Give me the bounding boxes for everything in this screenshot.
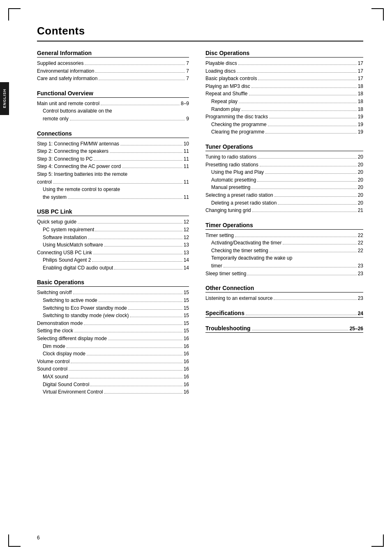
- toc-label: remote only: [43, 115, 69, 123]
- page-number: 6: [37, 535, 40, 541]
- toc-entry: Changing tuning grid21: [205, 207, 363, 214]
- toc-entry: Setting the clock15: [37, 327, 189, 335]
- toc-page-number: 11: [184, 163, 189, 170]
- toc-section-usb-pc-link: USB PC LinkQuick setup guide12PC system …: [37, 208, 189, 272]
- toc-page-number: 7: [186, 75, 189, 83]
- toc-label: Using the Plug and Play: [211, 168, 264, 176]
- toc-label: Tuning to radio stations: [205, 153, 256, 161]
- toc-section-general-info: General InformationSupplied accessories7…: [37, 50, 189, 83]
- toc-entry: Switching on/off15: [37, 289, 189, 297]
- toc-label: Switching to standby mode (view clock): [43, 312, 129, 320]
- toc-page-number: 20: [358, 153, 363, 161]
- section-title: Connections: [37, 130, 189, 138]
- toc-page-number: 17: [358, 75, 363, 83]
- language-label: English: [2, 89, 7, 108]
- toc-page-number: 14: [184, 256, 189, 264]
- toc-label: Digital Sound Control: [43, 381, 89, 389]
- toc-entry: Using MusicMatch software13: [37, 241, 189, 249]
- content-columns: General InformationSupplied accessories7…: [37, 50, 363, 403]
- section-title: Basic Operations: [37, 279, 189, 287]
- toc-page-number: 14: [184, 264, 189, 272]
- toc-entry: Care and safety information7: [37, 75, 189, 83]
- toc-label: Selecting a preset radio station: [205, 191, 273, 199]
- toc-entry: Step 3: Connecting to PC11: [37, 155, 189, 163]
- toc-entry: Playable discs17: [205, 60, 363, 67]
- toc-page-number: 23: [358, 270, 363, 278]
- toc-entry: Programming the disc tracks19: [205, 113, 363, 121]
- toc-entry: Deleting a preset radio station20: [205, 199, 363, 207]
- toc-label: the system: [43, 193, 67, 201]
- toc-label: Using MusicMatch software: [43, 241, 103, 249]
- toc-page-number: 22: [358, 232, 363, 240]
- toc-page-number: 19: [358, 128, 363, 136]
- toc-entry: Automatic presetting20: [205, 176, 363, 184]
- toc-page-number: 7: [186, 60, 189, 67]
- toc-entry: Presetting radio stations20: [205, 161, 363, 169]
- toc-label: Sleep timer setting: [205, 270, 246, 278]
- toc-page-number: 20: [358, 168, 363, 176]
- toc-entry: Quick setup guide12: [37, 218, 189, 226]
- toc-page-number: 19: [358, 121, 363, 129]
- toc-entry: Using the Plug and Play20: [205, 168, 363, 176]
- toc-label: Switching to Eco Power standby mode: [43, 304, 127, 312]
- toc-label: Main unit and remote control: [37, 100, 99, 108]
- toc-entry: Demonstration mode15: [37, 320, 189, 327]
- toc-page-number: 11: [184, 193, 189, 201]
- toc-entry: Connecting USB PC Link13: [37, 249, 189, 257]
- toc-page-number: 15: [184, 304, 189, 312]
- toc-page-number: 8–9: [181, 100, 189, 108]
- toc-label: Setting the clock: [37, 327, 73, 335]
- toc-page-number: 18: [358, 98, 363, 106]
- toc-page-number: 16: [184, 358, 189, 366]
- toc-label: Enabling digital CD audio output: [43, 264, 113, 272]
- toc-page-number: 18: [358, 83, 363, 90]
- toc-label: Programming the disc tracks: [205, 113, 268, 121]
- toc-page-number: 18: [358, 106, 363, 113]
- toc-entry: Philips Sound Agent 214: [37, 256, 189, 264]
- toc-label: Demonstration mode: [37, 320, 83, 327]
- toc-entry: Activating/Deactivating the timer22: [205, 239, 363, 247]
- toc-page-number: 19: [358, 113, 363, 121]
- toc-page-number: 15: [184, 297, 189, 304]
- toc-label: Basic playback controls: [205, 75, 257, 83]
- toc-label: Checking the programme: [211, 121, 267, 129]
- toc-page-number: 12: [184, 234, 189, 242]
- toc-label: Playable discs: [205, 60, 237, 67]
- toc-entry: Digital Sound Control16: [37, 381, 189, 389]
- toc-label: Manual presetting: [211, 184, 250, 191]
- toc-section-functional-overview: Functional OverviewMain unit and remote …: [37, 90, 189, 123]
- toc-label: Connecting USB PC Link: [37, 249, 92, 257]
- toc-label: Repeat play: [211, 98, 238, 106]
- corner-mark-bl: [8, 534, 21, 547]
- toc-section-specifications: Specifications24: [205, 310, 363, 318]
- toc-page-number: 20: [358, 161, 363, 169]
- toc-entry: Volume control16: [37, 358, 189, 366]
- toc-page-number: 9: [186, 115, 189, 123]
- toc-page-number: 23: [358, 295, 363, 302]
- toc-page-number: 16: [184, 373, 189, 381]
- toc-page-number: 18: [358, 90, 363, 98]
- corner-mark-br: [371, 534, 384, 547]
- toc-section-basic-operations: Basic OperationsSwitching on/off15Switch…: [37, 279, 189, 396]
- toc-entry: Tuning to radio stations20: [205, 153, 363, 161]
- toc-page-number: 17: [358, 60, 363, 67]
- toc-label: Playing an MP3 disc: [205, 83, 250, 90]
- toc-page-number: 12: [184, 218, 189, 226]
- toc-page-number: 15: [184, 320, 189, 327]
- toc-label: Step 3: Connecting to PC: [37, 155, 92, 163]
- toc-label: Step 2: Connecting the speakers: [37, 147, 108, 155]
- toc-entry: Switching to active mode15: [37, 297, 189, 304]
- left-column: General InformationSupplied accessories7…: [37, 50, 189, 403]
- toc-label: Checking the timer setting: [211, 247, 268, 255]
- toc-label: Clock display mode: [43, 350, 85, 358]
- toc-entry: Timer setting22: [205, 232, 363, 240]
- toc-entry: Checking the timer setting22: [205, 247, 363, 255]
- section-title-text: Troubleshooting: [205, 325, 251, 332]
- toc-entry: Enabling digital CD audio output14: [37, 264, 189, 272]
- toc-label: Using the remote control to operate: [43, 186, 120, 193]
- toc-entry: Software installation12: [37, 234, 189, 242]
- toc-label: Changing tuning grid: [205, 207, 251, 214]
- toc-label: Presetting radio stations: [205, 161, 258, 169]
- toc-label: control: [37, 178, 52, 186]
- toc-entry: Clock display mode16: [37, 350, 189, 358]
